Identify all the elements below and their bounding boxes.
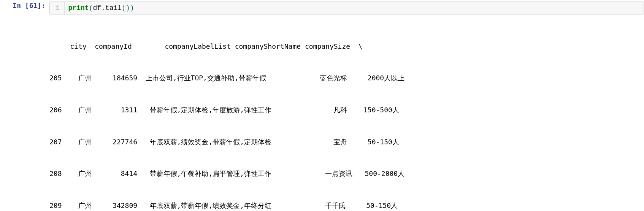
code-line[interactable]: print(df.tail()) (65, 2, 644, 14)
paren-close-inner: ) (126, 4, 130, 12)
input-prompt: In [61]: (0, 2, 49, 10)
python-builtin: print (68, 4, 89, 12)
notebook-output-cell: city companyId companyLabelList companyS… (0, 16, 644, 211)
paren-open-inner: ( (122, 4, 126, 12)
output-header-1: city companyId companyLabelList companyS… (49, 41, 644, 52)
code-gutter-linenum: 1 (50, 2, 65, 14)
table-row: 205 广州 184659 上市公司,行业TOP,交通补助,带薪年假 蓝色光标 … (49, 73, 644, 83)
notebook-input-cell: In [61]: 1 print(df.tail()) (0, 0, 644, 16)
code-args: df.tail() (93, 4, 130, 12)
table-row: 209 广州 342809 年底双薪,带薪年假,绩效奖金,年终分红 千千氏 50… (49, 200, 644, 211)
table-row: 206 广州 1311 带薪年假,定期体检,年度旅游,弹性工作 凡科 150-5… (49, 105, 644, 115)
prompt-label: In [61]: (13, 2, 46, 10)
paren-open-outer: ( (89, 4, 93, 12)
table-row: 208 广州 8414 带薪年假,午餐补助,扁平管理,弹性工作 一点资讯 500… (49, 168, 644, 179)
code-input-area[interactable]: 1 print(df.tail()) (49, 2, 644, 14)
paren-close-outer: ) (130, 4, 134, 12)
table-row: 207 广州 227746 年底双薪,绩效奖金,带薪年假,定期体检 宝舟 50-… (49, 137, 644, 147)
